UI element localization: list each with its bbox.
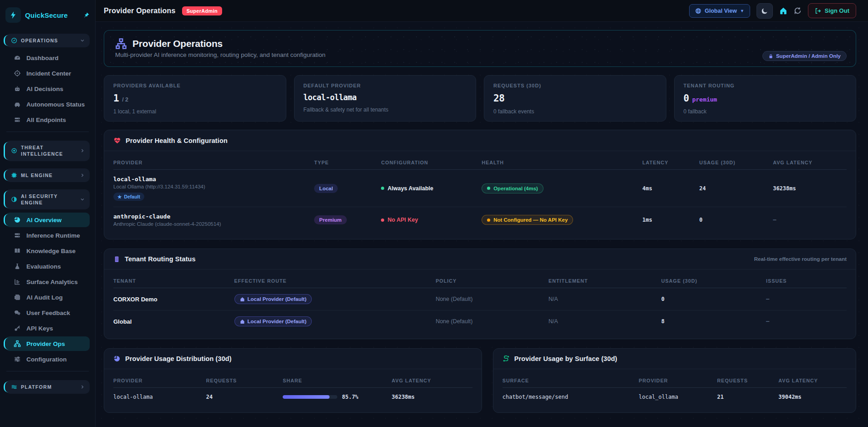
surface-name: chatbot/message/send (503, 394, 569, 400)
chip-icon (11, 172, 17, 178)
column-header: USAGE (30D) (699, 154, 773, 169)
stat-label: TENANT ROUTING (684, 83, 847, 88)
sidebar-item-user-feedback[interactable]: User Feedback (5, 305, 90, 320)
section-label: ML ENGINE (21, 172, 76, 178)
sidebar-item-ai-overview[interactable]: AI Overview (5, 213, 90, 227)
table-header: PROVIDER REQUESTS SHARE AVG LATENCY (113, 372, 472, 388)
policy-value: None (Default) (436, 296, 472, 302)
hero-subtitle: Multi-provider AI inference monitoring, … (115, 51, 845, 58)
issues-value: — (766, 296, 769, 302)
sign-out-icon (815, 8, 821, 14)
sidebar-item-autonomous-status[interactable]: Autonomous Status (5, 97, 90, 112)
column-header: ENTITLEMENT (548, 272, 661, 288)
column-header: SHARE (283, 372, 391, 387)
robot-icon (14, 85, 21, 92)
sidebar-item-label: All Endpoints (26, 117, 66, 123)
card-note: Real-time effective routing per tenant (754, 256, 847, 262)
sidebar-item-label: Configuration (26, 356, 66, 363)
sidebar: QuickSecure OPERATIONS Dashboard Inciden… (0, 0, 96, 427)
heart-pulse-icon (113, 137, 121, 144)
chevron-right-icon (80, 173, 85, 178)
policy-value: None (Default) (436, 318, 472, 325)
network-icon (14, 340, 21, 347)
stat-sub: 1 local, 1 external (113, 108, 277, 115)
star-icon: ★ (117, 194, 122, 199)
usage-distribution-card: Provider Usage Distribution (30d) PROVID… (104, 348, 482, 413)
sidebar-section-operations[interactable]: OPERATIONS (5, 34, 90, 47)
column-header: HEALTH (482, 154, 642, 169)
pie-chart-icon (14, 216, 21, 224)
table-row: CORXOR Demo Local Provider (Default) Non… (113, 288, 847, 310)
home-button[interactable] (779, 7, 787, 15)
lock-icon (768, 54, 773, 59)
half-circle-icon (11, 196, 17, 203)
sidebar-item-all-endpoints[interactable]: All Endpoints (5, 112, 90, 127)
sidebar-item-provider-ops[interactable]: Provider Ops (5, 336, 90, 351)
sidebar-item-configuration[interactable]: Configuration (5, 352, 90, 366)
sidebar-item-evaluations[interactable]: Evaluations (5, 259, 90, 274)
pin-icon[interactable] (83, 12, 90, 19)
provider-name: local-ollama (113, 176, 311, 183)
sidebar-item-dashboard[interactable]: Dashboard (5, 51, 90, 65)
table-header: SURFACE PROVIDER REQUESTS AVG LATENCY (503, 372, 847, 388)
sidebar-section-platform[interactable]: PLATFORM (5, 380, 90, 394)
table-row: chatbot/message/send local_ollama 21 390… (503, 388, 847, 406)
entitlement-value: N/A (548, 318, 558, 325)
tenant-name: Global (113, 318, 132, 325)
type-badge: Premium (314, 215, 346, 224)
sidebar-item-label: Incident Center (26, 70, 71, 77)
sidebar-item-api-keys[interactable]: API Keys (5, 321, 90, 336)
hero-banner: Provider Operations Multi-provider AI in… (104, 30, 856, 67)
column-header: AVG LATENCY (391, 372, 472, 387)
crosshair-icon (14, 70, 21, 77)
sidebar-item-label: AI Decisions (26, 86, 63, 92)
sidebar-item-label: AI Overview (26, 217, 61, 224)
divider (6, 132, 89, 132)
theme-toggle-button[interactable] (756, 3, 773, 19)
config-status: Always Available (381, 185, 479, 192)
refresh-button[interactable] (794, 7, 802, 15)
pie-chart-icon (113, 355, 121, 362)
default-badge: ★ Default (113, 193, 144, 201)
column-header: TYPE (314, 154, 381, 169)
main: Provider Operations SuperAdmin Global Vi… (96, 0, 868, 427)
requests-value: 24 (206, 394, 213, 400)
sidebar-item-label: User Feedback (26, 310, 70, 316)
chevron-right-icon (80, 148, 85, 153)
health-badge: Not Configured — No API Key (482, 215, 573, 225)
column-header: USAGE (30D) (661, 272, 766, 288)
bar-chart-icon (14, 278, 21, 285)
sidebar-section-ml-engine[interactable]: ML ENGINE (5, 168, 90, 182)
provider-cell: anthropic-claude Anthropic Claude (claud… (113, 207, 314, 233)
sidebar-item-incident-center[interactable]: Incident Center (5, 66, 90, 81)
sidebar-item-knowledge-base[interactable]: Knowledge Base (5, 244, 90, 258)
book-icon (14, 247, 21, 254)
card-title: Provider Health & Configuration (126, 137, 847, 144)
layers-icon (11, 384, 17, 390)
topbar: Provider Operations SuperAdmin Global Vi… (96, 0, 868, 22)
global-view-button[interactable]: Global View ▼ (689, 4, 750, 18)
usage-value: 24 (699, 185, 706, 192)
sidebar-item-ai-audit-log[interactable]: AI Audit Log (5, 290, 90, 305)
sidebar-item-surface-analytics[interactable]: Surface Analytics (5, 274, 90, 289)
entitlement-value: N/A (548, 296, 558, 302)
column-header: PROVIDER (113, 372, 206, 387)
table-row: local-ollama Local Ollama (http://3.124.… (113, 170, 847, 207)
status-dot (381, 187, 384, 190)
topbar-actions: Global View ▼ Sign Out (689, 3, 856, 19)
sign-out-button[interactable]: Sign Out (808, 3, 856, 18)
latency-value: 4ms (642, 185, 652, 192)
chat-bubbles-icon (14, 309, 21, 316)
usage-by-surface-card: Provider Usage by Surface (30d) SURFACE … (493, 348, 856, 413)
column-header: ISSUES (766, 272, 847, 288)
sidebar-section-ai-security-engine[interactable]: AI SECURITY ENGINE (5, 189, 90, 209)
tenant-routing-card: Tenant Routing Status Real-time effectiv… (104, 249, 856, 339)
sidebar-item-label: Autonomous Status (26, 101, 85, 108)
sidebar-item-ai-decisions[interactable]: AI Decisions (5, 81, 90, 96)
stat-value: 1 (113, 93, 119, 104)
column-header: LATENCY (642, 154, 699, 169)
sidebar-item-inference-runtime[interactable]: Inference Runtime (5, 228, 90, 243)
route-icon (503, 355, 510, 362)
sidebar-section-threat-intelligence[interactable]: THREAT INTELLIGENCE (5, 141, 90, 161)
stat-value: 0 (684, 93, 689, 104)
